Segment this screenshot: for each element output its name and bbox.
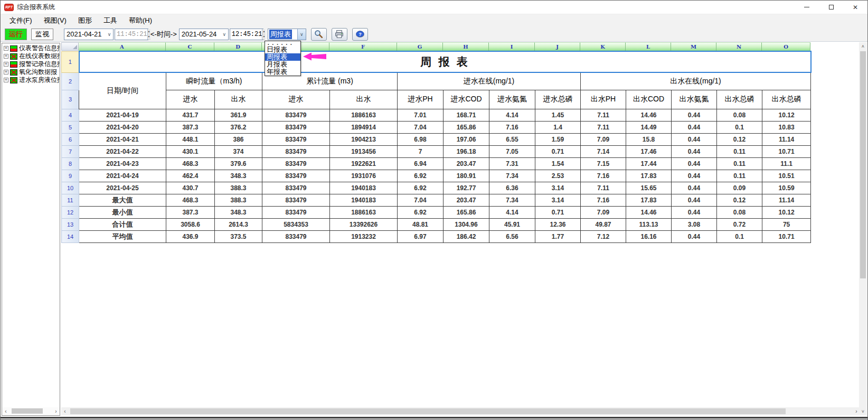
date-label-cell[interactable]: 2021-04-24 xyxy=(79,170,166,182)
sub-header-cell[interactable]: 进水PH xyxy=(398,90,444,109)
row-number[interactable]: 12 xyxy=(62,206,79,218)
value-cell[interactable]: 0.12 xyxy=(717,133,762,145)
dropdown-option[interactable]: 日报表 xyxy=(265,46,300,53)
value-cell[interactable]: 468.3 xyxy=(166,194,215,206)
value-cell[interactable]: 45.91 xyxy=(489,218,535,230)
value-cell[interactable]: 7.04 xyxy=(398,194,444,206)
inlet-online-group-cell[interactable]: 进水在线(mg/1) xyxy=(398,72,581,90)
value-cell[interactable]: 180.91 xyxy=(444,170,489,182)
value-cell[interactable]: 0.1 xyxy=(717,121,762,133)
sub-header-cell[interactable]: 出水总磷 xyxy=(762,90,811,109)
value-cell[interactable]: 10.71 xyxy=(762,145,811,157)
report-title-cell[interactable]: 周 报 表 xyxy=(79,51,811,72)
value-cell[interactable]: 192.77 xyxy=(444,182,489,194)
value-cell[interactable]: 7.31 xyxy=(489,157,535,170)
column-header-cell[interactable]: L xyxy=(626,42,671,51)
report-type-combobox[interactable]: 周报表 ∨ xyxy=(268,29,306,40)
value-cell[interactable]: 1.77 xyxy=(535,230,581,242)
spin-down-icon[interactable]: ▼ xyxy=(148,34,150,40)
value-cell[interactable]: 0.11 xyxy=(717,170,762,182)
value-cell[interactable]: 0.71 xyxy=(535,145,581,157)
value-cell[interactable]: 0.44 xyxy=(672,133,717,145)
value-cell[interactable]: 2614.3 xyxy=(215,218,262,230)
value-cell[interactable]: 1940183 xyxy=(330,182,398,194)
tree-expand-icon[interactable]: + xyxy=(4,62,8,67)
value-cell[interactable]: 7.09 xyxy=(581,133,626,145)
value-cell[interactable]: 0.1 xyxy=(717,230,762,242)
column-header-cell[interactable]: H xyxy=(443,42,489,51)
dropdown-option[interactable]: 月报表 xyxy=(265,61,300,68)
value-cell[interactable]: 7.09 xyxy=(581,206,626,218)
value-cell[interactable]: 11.14 xyxy=(762,194,811,206)
menu-item[interactable]: 帮助(H) xyxy=(123,14,158,27)
sub-header-cell[interactable]: 出水 xyxy=(215,90,262,109)
outlet-online-group-cell[interactable]: 出水在线(mg/1) xyxy=(581,72,811,90)
dropdown-option[interactable]: 周报表 xyxy=(265,53,300,61)
value-cell[interactable]: 0.44 xyxy=(672,170,717,182)
row-number[interactable]: 1 xyxy=(62,51,79,72)
value-cell[interactable]: 833479 xyxy=(262,182,330,194)
value-cell[interactable]: 431.7 xyxy=(166,109,215,121)
column-header-cell[interactable]: C xyxy=(166,42,214,51)
value-cell[interactable]: 17.83 xyxy=(626,170,672,182)
row-number[interactable]: 2 xyxy=(62,72,79,90)
start-date-combobox[interactable]: 2021-04-21 ∨ xyxy=(64,29,114,40)
date-label-cell[interactable]: 最大值 xyxy=(79,194,166,206)
column-header-cell[interactable]: A xyxy=(79,42,166,51)
value-cell[interactable]: 0.44 xyxy=(672,182,717,194)
value-cell[interactable]: 13392626 xyxy=(330,218,398,230)
sub-header-cell[interactable]: 出水总磷 xyxy=(717,90,762,109)
value-cell[interactable]: 14.46 xyxy=(626,109,672,121)
spin-up-icon[interactable]: ▲ xyxy=(262,29,265,34)
row-number[interactable]: 10 xyxy=(62,182,79,194)
value-cell[interactable]: 17.83 xyxy=(626,194,672,206)
value-cell[interactable]: 7.34 xyxy=(489,194,535,206)
value-cell[interactable]: 388.3 xyxy=(215,182,262,194)
value-cell[interactable]: 430.7 xyxy=(166,182,215,194)
value-cell[interactable]: 388.3 xyxy=(215,194,262,206)
value-cell[interactable]: 833479 xyxy=(262,157,330,170)
value-cell[interactable]: 10.51 xyxy=(762,170,811,182)
dropdown-option[interactable]: 年报表 xyxy=(265,68,300,76)
tree-expand-icon[interactable]: + xyxy=(4,78,8,82)
scroll-left-icon[interactable]: ‹ xyxy=(2,408,10,414)
value-cell[interactable]: 203.47 xyxy=(444,157,489,170)
value-cell[interactable]: 14.46 xyxy=(626,206,672,218)
value-cell[interactable]: 0.09 xyxy=(717,182,762,194)
value-cell[interactable]: 7.01 xyxy=(398,109,444,121)
value-cell[interactable]: 7.16 xyxy=(581,194,626,206)
column-header-cell[interactable]: F xyxy=(329,42,397,51)
vertical-scrollbar[interactable]: ˄ ˅ xyxy=(859,42,867,415)
column-header-cell[interactable]: K xyxy=(580,42,626,51)
value-cell[interactable]: 16.16 xyxy=(626,230,672,242)
scroll-down-icon[interactable]: ˅ xyxy=(859,407,867,415)
value-cell[interactable]: 11.1 xyxy=(762,157,811,170)
tree-item[interactable]: + 仪表警告信息报 xyxy=(2,44,60,52)
sub-header-cell[interactable]: 进水总磷 xyxy=(535,90,581,109)
column-header-cell[interactable]: O xyxy=(762,42,810,51)
zoom-button[interactable] xyxy=(311,28,327,41)
value-cell[interactable]: 6.56 xyxy=(489,230,535,242)
value-cell[interactable]: 7.15 xyxy=(581,157,626,170)
value-cell[interactable]: 833479 xyxy=(262,121,330,133)
sub-header-cell[interactable]: 进水 xyxy=(262,90,330,109)
value-cell[interactable]: 387.3 xyxy=(166,206,215,218)
run-button[interactable]: 运行 xyxy=(5,29,27,40)
value-cell[interactable]: 833479 xyxy=(262,206,330,218)
value-cell[interactable]: 0.11 xyxy=(717,145,762,157)
value-cell[interactable]: 0.44 xyxy=(672,157,717,170)
value-cell[interactable]: 12.36 xyxy=(535,218,581,230)
value-cell[interactable]: 0.08 xyxy=(717,206,762,218)
value-cell[interactable]: 6.92 xyxy=(398,206,444,218)
row-number[interactable]: 13 xyxy=(62,218,79,230)
value-cell[interactable]: 1913456 xyxy=(330,145,398,157)
value-cell[interactable]: 165.86 xyxy=(444,121,489,133)
value-cell[interactable]: 196.18 xyxy=(444,145,489,157)
value-cell[interactable]: 10.59 xyxy=(762,182,811,194)
value-cell[interactable]: 17.44 xyxy=(626,157,672,170)
monitor-button[interactable]: 监视 xyxy=(31,29,53,40)
value-cell[interactable]: 6.98 xyxy=(398,133,444,145)
value-cell[interactable]: 4.14 xyxy=(489,109,535,121)
date-label-cell[interactable]: 2021-04-21 xyxy=(79,133,166,145)
date-label-cell[interactable]: 平均值 xyxy=(79,230,166,242)
